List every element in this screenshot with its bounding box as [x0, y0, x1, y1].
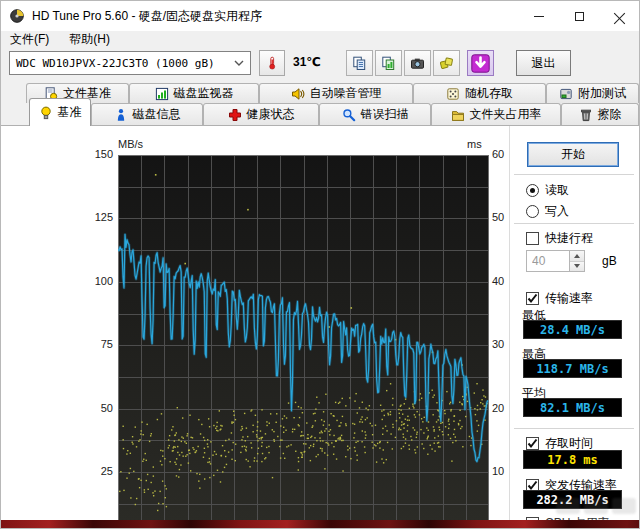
read-radio-row[interactable]: 读取	[526, 182, 569, 199]
random-access-icon	[446, 87, 460, 101]
left-axis-tick: 150	[75, 148, 113, 160]
benchmark-plot	[118, 155, 489, 520]
download-icon	[471, 54, 490, 73]
close-button[interactable]	[599, 1, 639, 31]
write-radio-label: 写入	[545, 203, 569, 220]
tab-disk-info[interactable]: 磁盘信息	[91, 103, 203, 125]
tab-label: 磁盘监视器	[174, 85, 234, 102]
benchmark-bulb-icon	[39, 106, 53, 120]
exit-button[interactable]: 退出	[516, 50, 571, 76]
menu-file[interactable]: 文件(F)	[10, 31, 49, 48]
exit-button-label: 退出	[532, 55, 556, 72]
screenshot-button[interactable]	[404, 50, 431, 76]
drive-select-value: WDC WD10JPVX-22JC3T0 (1000 gB)	[16, 57, 215, 70]
transfer-rate-label: 传输速率	[545, 290, 593, 307]
start-button-label: 开始	[561, 146, 585, 163]
health-cross-icon	[228, 108, 242, 122]
tab-label: 附加测试	[578, 85, 626, 102]
drive-select[interactable]: WDC WD10JPVX-22JC3T0 (1000 gB)	[9, 51, 251, 75]
camera-icon	[410, 56, 425, 71]
menubar: 文件(F) 帮助(H)	[1, 31, 639, 47]
left-axis-tick: 75	[75, 338, 113, 350]
tab-folder-usage[interactable]: 文件夹占用率	[431, 103, 561, 125]
start-button[interactable]: 开始	[527, 142, 619, 167]
quick-test-label: 快捷行程	[545, 230, 593, 247]
tab-error-scan[interactable]: 错误扫描	[319, 103, 431, 125]
tab-label: 随机存取	[465, 85, 513, 102]
min-value: 28.4 MB/s	[540, 323, 605, 337]
separator	[514, 174, 634, 176]
temperature-button[interactable]	[259, 50, 285, 76]
left-axis-tick: 100	[75, 275, 113, 287]
right-axis-tick: 50	[492, 211, 509, 223]
read-radio-label: 读取	[545, 182, 569, 199]
access-time-value: 17.8 ms	[547, 453, 598, 467]
left-axis-tick: 50	[75, 402, 113, 414]
spin-up-icon	[574, 254, 580, 258]
tab-disk-monitor[interactable]: 磁盘监视器	[129, 83, 259, 103]
menu-help[interactable]: 帮助(H)	[69, 31, 110, 48]
right-axis-unit: ms	[467, 138, 482, 150]
close-icon	[614, 11, 625, 22]
copy-image-icon	[381, 56, 396, 71]
cpu-usage-checkbox[interactable]	[526, 517, 539, 520]
tab-erase[interactable]: 擦除	[561, 103, 639, 125]
tab-label: 擦除	[598, 106, 622, 123]
chart-area: MB/s ms 150125100755025605040302010	[1, 126, 509, 520]
save-results-icon	[439, 56, 454, 71]
extra-tests-icon	[559, 87, 573, 101]
write-radio-row[interactable]: 写入	[526, 203, 569, 220]
error-scan-icon	[342, 108, 356, 122]
download-button[interactable]	[467, 50, 494, 76]
hdtune-window: HD Tune Pro 5.60 - 硬盘/固态硬盘实用程序 文件(F) 帮助(…	[0, 0, 640, 529]
tab-benchmark[interactable]: 基准	[29, 98, 91, 126]
quick-test-row[interactable]: 快捷行程	[526, 230, 593, 247]
tab-extra-tests[interactable]: 附加测试	[546, 83, 639, 103]
disk-info-icon	[114, 108, 128, 122]
dropdown-chevron-icon	[234, 60, 244, 66]
right-axis-tick: 60	[492, 148, 509, 160]
read-radio[interactable]	[526, 184, 539, 197]
min-value-box: 28.4 MB/s	[523, 320, 622, 339]
separator	[514, 223, 634, 225]
copy-image-button[interactable]	[375, 50, 402, 76]
tab-health[interactable]: 健康状态	[203, 103, 319, 125]
spin-down-button[interactable]	[570, 262, 584, 272]
right-axis-tick: 30	[492, 338, 509, 350]
tab-label: 自动噪音管理	[310, 85, 382, 102]
disk-monitor-icon	[155, 87, 169, 101]
right-axis-tick: 10	[492, 465, 509, 477]
tab-label: 磁盘信息	[133, 106, 181, 123]
spin-up-button[interactable]	[570, 251, 584, 262]
quick-size-input[interactable]	[526, 250, 570, 272]
thermometer-icon	[265, 56, 279, 70]
separator	[514, 428, 634, 430]
transfer-rate-checkbox[interactable]	[526, 292, 539, 305]
access-time-checkbox[interactable]	[526, 437, 539, 450]
tab-label: 文件夹占用率	[470, 106, 542, 123]
transfer-rate-row[interactable]: 传输速率	[526, 290, 593, 307]
tab-aam[interactable]: 自动噪音管理	[259, 83, 413, 103]
write-radio[interactable]	[526, 205, 539, 218]
quick-test-checkbox[interactable]	[526, 232, 539, 245]
copy-text-button[interactable]	[346, 50, 373, 76]
watermark	[556, 498, 636, 514]
tab-label: 错误扫描	[361, 106, 409, 123]
temperature-value: 31℃	[293, 55, 321, 69]
left-axis-unit: MB/s	[118, 138, 143, 150]
folder-usage-icon	[451, 108, 465, 122]
cpu-usage-row[interactable]: CPU 占用率	[526, 515, 610, 520]
maximize-button[interactable]	[559, 1, 599, 31]
max-value: 118.7 MB/s	[536, 362, 608, 376]
minimize-button[interactable]	[519, 1, 559, 31]
left-axis-tick: 25	[75, 465, 113, 477]
save-results-button[interactable]	[433, 50, 460, 76]
titlebar: HD Tune Pro 5.60 - 硬盘/固态硬盘实用程序	[1, 1, 639, 31]
minimize-icon	[534, 16, 544, 17]
tab-label: 基准	[58, 104, 82, 121]
window-title: HD Tune Pro 5.60 - 硬盘/固态硬盘实用程序	[32, 8, 262, 25]
check-icon	[527, 438, 538, 449]
access-time-value-box: 17.8 ms	[523, 450, 622, 469]
tab-random-access[interactable]: 随机存取	[413, 83, 546, 103]
left-axis-tick: 125	[75, 211, 113, 223]
